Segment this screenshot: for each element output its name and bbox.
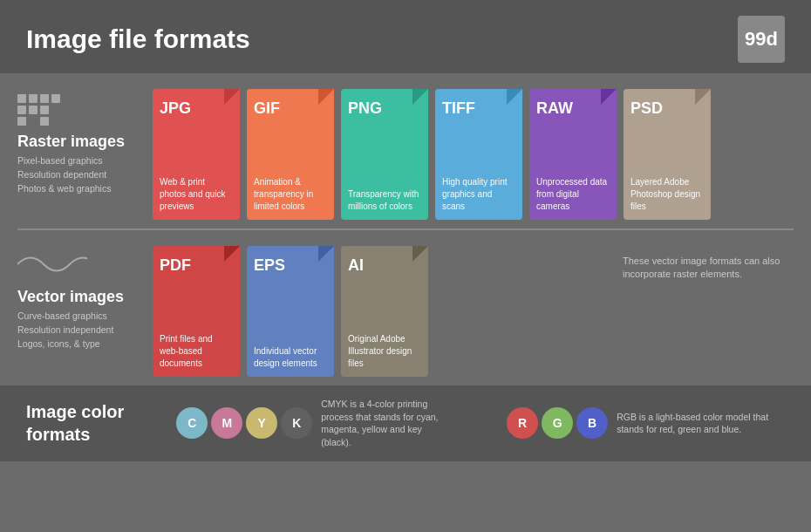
card-desc: High quality print graphics and scans [442,176,515,213]
card-fold [224,246,240,262]
dot [17,106,26,114]
card-desc: Unprocessed data from digital cameras [536,176,610,213]
card-label: EPS [254,253,327,275]
vector-section: Vector images Curve-based graphicsResolu… [0,230,811,385]
dot [51,94,60,103]
dot [17,94,26,103]
raster-label: Raster images Pixel-based graphicsResolu… [17,89,144,195]
raster-section: Raster images Pixel-based graphicsResolu… [0,73,811,228]
dot [51,117,60,126]
file-card-ai: AIOriginal Adobe Illustrator design file… [341,246,428,377]
cmyk-model: CMYK CMYK is a 4-color printing process … [176,398,454,449]
card-desc: Individual vector design elements [254,345,327,370]
dot [51,106,60,114]
raster-cards: JPGWeb & print photos and quick previews… [153,89,794,220]
file-card-tiff: TIFFHigh quality print graphics and scan… [435,89,522,220]
color-section: Image colorformats CMYK CMYK is a 4-colo… [0,385,811,461]
cmyk-circles: CMYK [176,407,312,439]
file-card-jpg: JPGWeb & print photos and quick previews [153,89,240,220]
circle-c: C [176,407,208,439]
card-desc: Web & print photos and quick previews [160,176,233,213]
card-label: GIF [254,96,327,118]
file-card-psd: PSDLayered Adobe Photoshop design files [624,89,711,220]
logo-99d: 99d [738,16,785,63]
file-card-raw: RAWUnprocessed data from digital cameras [529,89,617,220]
card-desc: Animation & transparency in limited colo… [254,176,327,213]
color-formats-title: Image colorformats [26,400,124,446]
card-desc: Print files and web-based documents [160,333,233,370]
rgb-desc: RGB is a light-based color model that st… [617,411,774,436]
card-fold [318,246,334,262]
vector-desc: Curve-based graphicsResolution independe… [17,310,135,351]
card-label: PNG [348,96,421,118]
raster-title: Raster images [17,133,135,151]
circle-b: B [576,407,608,439]
card-label: PDF [160,253,233,275]
vector-label: Vector images Curve-based graphicsResolu… [17,246,144,351]
card-label: JPG [160,96,233,118]
wave-icon [17,251,87,277]
card-desc: Layered Adobe Photoshop design files [630,176,704,213]
card-fold [318,89,334,105]
dot [29,94,37,103]
raster-icon [17,94,135,126]
page-title: Image file formats [26,24,250,54]
raster-desc: Pixel-based graphicsResolution dependent… [17,154,135,195]
file-card-gif: GIFAnimation & transparency in limited c… [247,89,334,220]
card-fold [412,246,428,262]
dot [40,94,49,103]
file-card-png: PNGTransparency with millions of colors [341,89,428,220]
circle-m: M [211,407,242,439]
circle-r: R [507,407,538,439]
card-desc: Original Adobe Illustrator design files [348,333,421,370]
card-fold [695,89,711,105]
dot [40,117,49,126]
circle-k: K [281,407,312,439]
card-label: TIFF [442,96,515,118]
file-card-pdf: PDFPrint files and web-based documents [153,246,240,377]
card-fold [507,89,522,105]
file-card-eps: EPSIndividual vector design elements [247,246,334,377]
dot [40,106,49,114]
card-fold [224,89,240,105]
card-label: AI [348,253,421,275]
rgb-circles: RGB [507,407,608,439]
vector-note: These vector image formats can also inco… [619,246,794,282]
card-label: RAW [536,96,610,118]
circle-g: G [542,407,573,439]
dot [29,106,37,114]
dot [17,117,26,126]
card-label: PSD [630,96,704,118]
circle-y: Y [246,407,277,439]
card-desc: Transparency with millions of colors [348,188,421,213]
card-fold [412,89,428,105]
vector-title: Vector images [17,288,135,306]
card-fold [601,89,617,105]
rgb-model: RGB RGB is a light-based color model tha… [507,407,785,439]
header: Image file formats 99d [0,0,811,73]
vector-cards: PDFPrint files and web-based documentsEP… [153,246,610,377]
dot [29,117,37,126]
cmyk-desc: CMYK is a 4-color printing process that … [321,398,454,449]
